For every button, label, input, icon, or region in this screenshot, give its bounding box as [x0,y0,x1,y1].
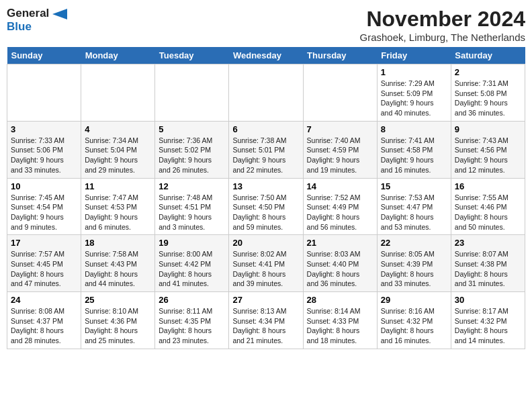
col-thursday: Thursday [303,47,377,64]
calendar-table: Sunday Monday Tuesday Wednesday Thursday… [7,47,525,349]
table-row: 22Sunrise: 8:05 AMSunset: 4:39 PMDayligh… [377,235,451,292]
calendar-week-row: 17Sunrise: 7:57 AMSunset: 4:45 PMDayligh… [7,235,525,292]
col-saturday: Saturday [451,47,525,64]
calendar-week-row: 10Sunrise: 7:45 AMSunset: 4:54 PMDayligh… [7,178,525,235]
col-wednesday: Wednesday [229,47,303,64]
table-row: 10Sunrise: 7:45 AMSunset: 4:54 PMDayligh… [7,178,81,235]
logo-text: General Blue [7,7,67,34]
table-row [303,64,377,122]
day-number: 26 [159,295,225,305]
calendar-week-row: 24Sunrise: 8:08 AMSunset: 4:37 PMDayligh… [7,292,525,349]
table-row: 7Sunrise: 7:40 AMSunset: 4:59 PMDaylight… [303,121,377,178]
day-number: 18 [85,238,151,248]
table-row [155,64,229,122]
day-info: Sunrise: 7:52 AMSunset: 4:49 PMDaylight:… [307,193,373,232]
table-row: 26Sunrise: 8:11 AMSunset: 4:35 PMDayligh… [155,292,229,349]
day-info: Sunrise: 8:08 AMSunset: 4:37 PMDaylight:… [11,306,77,346]
table-row [81,64,155,122]
day-info: Sunrise: 8:10 AMSunset: 4:36 PMDaylight:… [85,306,151,346]
day-number: 4 [85,124,151,134]
table-row: 21Sunrise: 8:03 AMSunset: 4:40 PMDayligh… [303,235,377,292]
day-info: Sunrise: 7:45 AMSunset: 4:54 PMDaylight:… [11,193,77,232]
table-row: 13Sunrise: 7:50 AMSunset: 4:50 PMDayligh… [229,178,303,235]
table-row: 4Sunrise: 7:34 AMSunset: 5:04 PMDaylight… [81,121,155,178]
day-number: 21 [307,238,373,248]
day-number: 14 [307,181,373,191]
day-info: Sunrise: 8:07 AMSunset: 4:38 PMDaylight:… [455,249,521,289]
table-row: 5Sunrise: 7:36 AMSunset: 5:02 PMDaylight… [155,121,229,178]
day-number: 30 [455,295,521,305]
table-row: 2Sunrise: 7:31 AMSunset: 5:08 PMDaylight… [451,64,525,122]
table-row: 12Sunrise: 7:48 AMSunset: 4:51 PMDayligh… [155,178,229,235]
day-info: Sunrise: 8:11 AMSunset: 4:35 PMDaylight:… [159,306,225,346]
day-number: 3 [11,124,77,134]
table-row: 27Sunrise: 8:13 AMSunset: 4:34 PMDayligh… [229,292,303,349]
day-info: Sunrise: 7:36 AMSunset: 5:02 PMDaylight:… [159,136,225,175]
day-number: 17 [11,238,77,248]
calendar-week-row: 3Sunrise: 7:33 AMSunset: 5:06 PMDaylight… [7,121,525,178]
col-friday: Friday [377,47,451,64]
day-info: Sunrise: 8:14 AMSunset: 4:33 PMDaylight:… [307,306,373,346]
table-row: 17Sunrise: 7:57 AMSunset: 4:45 PMDayligh… [7,235,81,292]
calendar-header-row: Sunday Monday Tuesday Wednesday Thursday… [7,47,525,64]
day-info: Sunrise: 7:38 AMSunset: 5:01 PMDaylight:… [232,136,299,175]
calendar-week-row: 1Sunrise: 7:29 AMSunset: 5:09 PMDaylight… [7,64,525,122]
table-row: 1Sunrise: 7:29 AMSunset: 5:09 PMDaylight… [377,64,451,122]
table-row: 18Sunrise: 7:58 AMSunset: 4:43 PMDayligh… [81,235,155,292]
day-number: 8 [381,124,447,134]
title-area: November 2024 Grashoek, Limburg, The Net… [359,7,525,43]
day-info: Sunrise: 7:58 AMSunset: 4:43 PMDaylight:… [85,249,151,289]
day-info: Sunrise: 7:33 AMSunset: 5:06 PMDaylight:… [11,136,77,175]
day-info: Sunrise: 8:02 AMSunset: 4:41 PMDaylight:… [232,249,299,289]
table-row: 15Sunrise: 7:53 AMSunset: 4:47 PMDayligh… [377,178,451,235]
day-number: 29 [381,295,447,305]
day-info: Sunrise: 7:57 AMSunset: 4:45 PMDaylight:… [11,249,77,289]
day-info: Sunrise: 8:17 AMSunset: 4:32 PMDaylight:… [455,306,521,346]
day-info: Sunrise: 7:43 AMSunset: 4:56 PMDaylight:… [455,136,521,175]
day-number: 27 [232,295,299,305]
day-number: 2 [455,67,521,77]
day-info: Sunrise: 8:00 AMSunset: 4:42 PMDaylight:… [159,249,225,289]
table-row: 30Sunrise: 8:17 AMSunset: 4:32 PMDayligh… [451,292,525,349]
page-header: General Blue November 2024 Grashoek, Lim… [7,7,525,43]
day-number: 1 [381,67,447,77]
day-info: Sunrise: 8:13 AMSunset: 4:34 PMDaylight:… [232,306,299,346]
day-info: Sunrise: 8:16 AMSunset: 4:32 PMDaylight:… [381,306,447,346]
table-row: 20Sunrise: 8:02 AMSunset: 4:41 PMDayligh… [229,235,303,292]
svg-marker-0 [52,9,67,19]
day-number: 15 [381,181,447,191]
day-number: 10 [11,181,77,191]
day-number: 16 [455,181,521,191]
day-number: 5 [159,124,225,134]
table-row: 19Sunrise: 8:00 AMSunset: 4:42 PMDayligh… [155,235,229,292]
day-info: Sunrise: 7:31 AMSunset: 5:08 PMDaylight:… [455,79,521,118]
day-number: 28 [307,295,373,305]
day-number: 12 [159,181,225,191]
table-row: 24Sunrise: 8:08 AMSunset: 4:37 PMDayligh… [7,292,81,349]
table-row [7,64,81,122]
table-row: 3Sunrise: 7:33 AMSunset: 5:06 PMDaylight… [7,121,81,178]
day-info: Sunrise: 7:48 AMSunset: 4:51 PMDaylight:… [159,193,225,232]
table-row: 23Sunrise: 8:07 AMSunset: 4:38 PMDayligh… [451,235,525,292]
table-row: 8Sunrise: 7:41 AMSunset: 4:58 PMDaylight… [377,121,451,178]
day-number: 9 [455,124,521,134]
day-info: Sunrise: 7:34 AMSunset: 5:04 PMDaylight:… [85,136,151,175]
logo: General Blue [7,7,67,34]
table-row: 14Sunrise: 7:52 AMSunset: 4:49 PMDayligh… [303,178,377,235]
day-number: 25 [85,295,151,305]
table-row [229,64,303,122]
table-row: 16Sunrise: 7:55 AMSunset: 4:46 PMDayligh… [451,178,525,235]
col-monday: Monday [81,47,155,64]
day-info: Sunrise: 7:29 AMSunset: 5:09 PMDaylight:… [381,79,447,118]
day-info: Sunrise: 8:05 AMSunset: 4:39 PMDaylight:… [381,249,447,289]
day-info: Sunrise: 7:50 AMSunset: 4:50 PMDaylight:… [232,193,299,232]
table-row: 25Sunrise: 8:10 AMSunset: 4:36 PMDayligh… [81,292,155,349]
day-number: 20 [232,238,299,248]
table-row: 6Sunrise: 7:38 AMSunset: 5:01 PMDaylight… [229,121,303,178]
day-info: Sunrise: 7:41 AMSunset: 4:58 PMDaylight:… [381,136,447,175]
table-row: 28Sunrise: 8:14 AMSunset: 4:33 PMDayligh… [303,292,377,349]
day-number: 24 [11,295,77,305]
day-number: 7 [307,124,373,134]
day-info: Sunrise: 8:03 AMSunset: 4:40 PMDaylight:… [307,249,373,289]
day-number: 19 [159,238,225,248]
